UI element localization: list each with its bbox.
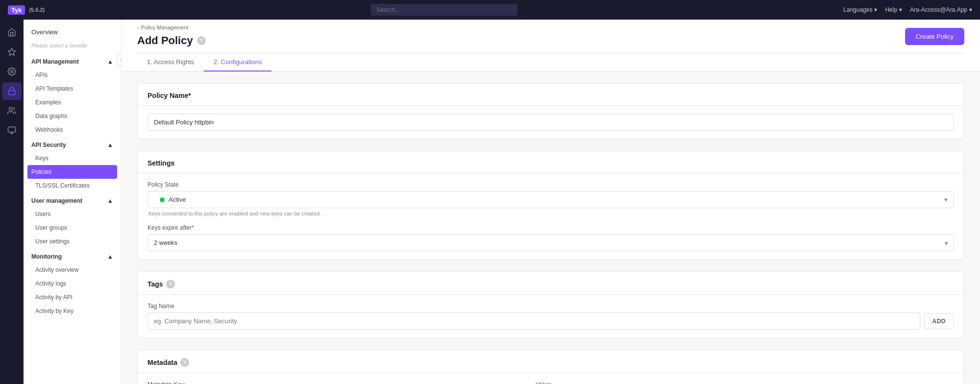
page-header: ‹ Policy Management Add Policy ? Create … — [122, 20, 980, 72]
breadcrumb: ‹ Policy Management — [137, 20, 206, 32]
nav-group-user-management[interactable]: User management ▲ — [24, 192, 121, 207]
sidebar-item-webhooks[interactable]: Webhooks — [24, 123, 121, 137]
svg-marker-0 — [8, 48, 16, 55]
sidebar-icon-security[interactable] — [2, 82, 22, 100]
tag-name-label: Tag Name — [147, 303, 954, 310]
metadata-key-field: Metadata Key: — [147, 381, 530, 384]
languages-dropdown[interactable]: Languages ▾ — [843, 6, 877, 13]
chevron-up-icon: ▲ — [107, 58, 113, 65]
logo-badge: Tyk — [8, 5, 25, 15]
chevron-up-icon: ▲ — [107, 197, 113, 204]
app-version: (5.5.2) — [29, 7, 45, 13]
nav-sidebar: Overview Please select a favorite API Ma… — [24, 20, 122, 384]
keys-expire-group: Keys expire after* 2 weeks ▾ — [147, 224, 954, 251]
policy-name-body — [138, 106, 964, 139]
tag-input-row: ADD — [147, 312, 954, 330]
favorites-hint: Please select a favorite — [24, 41, 121, 53]
sidebar-icon-users[interactable] — [2, 102, 22, 120]
policy-state-group: Policy State Active ▾ Keys connected to … — [147, 181, 954, 216]
sidebar-collapse-button[interactable]: ◀ — [117, 53, 122, 67]
icon-sidebar — [0, 20, 24, 384]
chevron-down-icon: ▾ — [899, 6, 902, 13]
tag-name-input[interactable] — [147, 312, 920, 330]
sidebar-item-overview[interactable]: Overview — [24, 24, 121, 41]
policy-name-section: Policy Name* — [137, 83, 964, 139]
metadata-row: Metadata Key: Value: ADD — [147, 381, 954, 384]
keys-expire-select[interactable]: 2 weeks — [147, 234, 954, 251]
sidebar-item-apis[interactable]: APIs — [24, 68, 121, 82]
app-logo: Tyk (5.5.2) — [8, 5, 45, 15]
keys-expire-label: Keys expire after* — [147, 224, 954, 231]
sidebar-item-policies[interactable]: Policies — [27, 165, 117, 179]
chevron-up-icon: ▲ — [107, 253, 113, 260]
breadcrumb-link[interactable]: Policy Management — [141, 24, 189, 30]
topbar-right: Languages ▾ Help ▾ Ara-Access@Ara.App ▾ — [843, 6, 972, 13]
topbar-left: Tyk (5.5.2) — [8, 5, 45, 15]
tag-add-button[interactable]: ADD — [924, 313, 955, 329]
sidebar-icon-favorites[interactable] — [2, 43, 22, 61]
svg-rect-4 — [8, 127, 16, 132]
svg-rect-2 — [8, 91, 15, 95]
topbar: Tyk (5.5.2) Languages ▾ Help ▾ Ara-Acces… — [0, 0, 980, 20]
metadata-section-title: Metadata ? — [138, 350, 964, 373]
sidebar-item-examples[interactable]: Examples — [24, 96, 121, 109]
policy-state-label: Policy State — [147, 181, 954, 188]
sidebar-item-users[interactable]: Users — [24, 207, 121, 221]
page-title-help-icon[interactable]: ? — [197, 36, 206, 45]
chevron-down-icon: ▾ — [969, 6, 972, 13]
page-title: Add Policy ? — [137, 32, 206, 53]
metadata-help-icon[interactable]: ? — [180, 358, 189, 367]
nav-group-api-security[interactable]: API Security ▲ — [24, 137, 121, 151]
tab-access-rights[interactable]: 1. Access Rights — [137, 53, 204, 72]
metadata-key-label: Metadata Key: — [147, 381, 530, 384]
tabs: 1. Access Rights 2. Configurations — [137, 53, 964, 71]
settings-body: Policy State Active ▾ Keys connected to … — [138, 173, 964, 259]
metadata-section: Metadata ? Metadata Key: Value: — [137, 350, 964, 384]
policy-state-hint: Keys connected to this policy are enable… — [147, 211, 954, 216]
topbar-search[interactable] — [370, 4, 517, 16]
policy-state-select[interactable]: Active ▾ — [147, 191, 954, 208]
sidebar-item-data-graphs[interactable]: Data graphs — [24, 109, 121, 123]
content-area: Policy Name* Settings Policy State — [122, 72, 980, 384]
sidebar-item-keys[interactable]: Keys — [24, 151, 121, 165]
policy-name-input[interactable] — [147, 114, 954, 131]
sidebar-icon-settings[interactable] — [2, 63, 22, 80]
tags-body: Tag Name ADD — [138, 295, 964, 337]
sidebar-item-tls-certificates[interactable]: TLS/SSL Certificates — [24, 179, 121, 192]
sidebar-item-api-templates[interactable]: API Templates — [24, 82, 121, 96]
create-policy-button[interactable]: Create Policy — [905, 28, 964, 45]
metadata-value-label: Value: — [536, 381, 918, 384]
tags-section-title: Tags ? — [138, 272, 964, 294]
keys-expire-select-wrapper: 2 weeks ▾ — [147, 234, 954, 251]
breadcrumb-arrow: ‹ — [137, 24, 139, 30]
sidebar-item-activity-by-key[interactable]: Activity by Key — [24, 304, 121, 318]
metadata-value-field: Value: — [536, 381, 918, 384]
search-input[interactable] — [370, 4, 517, 16]
sidebar-item-activity-by-api[interactable]: Activity by API — [24, 290, 121, 304]
policy-name-section-title: Policy Name* — [138, 84, 964, 105]
settings-section-title: Settings — [138, 151, 964, 173]
nav-group-monitoring[interactable]: Monitoring ▲ — [24, 248, 121, 263]
svg-point-3 — [9, 107, 12, 110]
chevron-up-icon: ▲ — [107, 142, 113, 148]
settings-section: Settings Policy State Active ▾ — [137, 151, 964, 260]
chevron-down-icon: ▾ — [944, 196, 948, 203]
tags-help-icon[interactable]: ? — [166, 280, 175, 288]
sidebar-item-activity-logs[interactable]: Activity logs — [24, 277, 121, 290]
help-dropdown[interactable]: Help ▾ — [885, 6, 902, 13]
metadata-body: Metadata Key: Value: ADD — [138, 373, 964, 384]
sidebar-icon-monitor[interactable] — [2, 121, 22, 139]
sidebar-item-user-settings[interactable]: User settings — [24, 235, 121, 248]
main-content: ‹ Policy Management Add Policy ? Create … — [122, 20, 980, 384]
sidebar-item-user-groups[interactable]: User groups — [24, 221, 121, 235]
active-status-text: Active — [169, 196, 186, 203]
policy-state-select-wrapper: Active ▾ — [147, 191, 954, 208]
user-menu[interactable]: Ara-Access@Ara.App ▾ — [910, 6, 972, 13]
policy-state-active: Active — [154, 192, 192, 208]
chevron-down-icon: ▾ — [874, 6, 877, 13]
tags-section: Tags ? Tag Name ADD — [137, 271, 964, 338]
sidebar-item-activity-overview[interactable]: Activity overview — [24, 263, 121, 277]
tab-configurations[interactable]: 2. Configurations — [204, 53, 271, 72]
nav-group-api-management[interactable]: API Management ▲ — [24, 53, 121, 68]
sidebar-icon-home[interactable] — [2, 24, 22, 41]
